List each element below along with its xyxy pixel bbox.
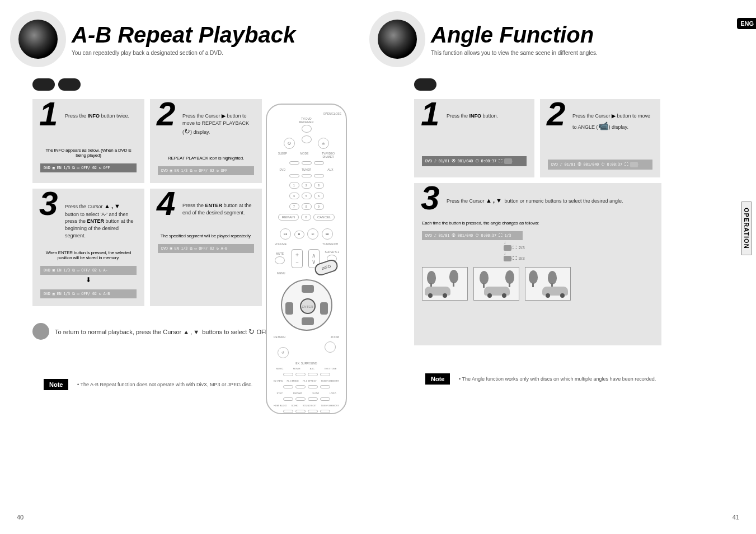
music-button[interactable] (283, 373, 293, 376)
dvd-button[interactable] (289, 174, 299, 177)
step-3-sub: When ENTER button is pressed, the select… (40, 250, 137, 260)
section-tab-operation: OPERATION (741, 202, 752, 255)
up-down-arrow-icon: ▲,▼ (104, 203, 121, 209)
plmode-button[interactable] (295, 385, 306, 388)
remote-label-volume: VOLUME (275, 242, 287, 246)
tunermem2-button[interactable] (320, 410, 330, 413)
receiver-button[interactable] (302, 135, 312, 143)
aux-button[interactable] (314, 174, 324, 177)
mute-button[interactable] (275, 256, 285, 264)
asc-button[interactable] (308, 373, 318, 376)
osd-bar-1: DVD ▣ EN 1/3 ⧉ ▭ OFF/ 02 ↻ OFF (40, 163, 137, 172)
right-subtitle: This function allows you to view the sam… (431, 50, 598, 56)
remote-label-surround: EX. SURROUND (271, 362, 341, 365)
step-num-r1: 1 (421, 95, 439, 133)
num-1-button[interactable]: 1 (289, 182, 299, 189)
remote-label-zoom: ZOOM (331, 335, 339, 339)
right-step-1: 1 Press the INFO button. DVD ♪ 01/01 ⦿ 0… (414, 99, 534, 177)
zoom-button[interactable] (325, 341, 336, 353)
stop-button[interactable]: ■ (294, 231, 304, 238)
movie-button[interactable] (295, 373, 306, 376)
num-4-button[interactable]: 4 (289, 193, 299, 199)
tv-button[interactable] (302, 125, 312, 133)
tunermem-button[interactable] (320, 385, 330, 388)
tvvideo-button[interactable] (314, 161, 324, 165)
left-subtitle: You can repeatedly play back a designate… (72, 50, 295, 56)
repeat-button[interactable] (295, 397, 306, 401)
step-1-text: Press the INFO button twice. (65, 113, 137, 120)
sleep-button[interactable] (289, 161, 299, 165)
slow-button[interactable] (308, 397, 318, 401)
right-title: Angle Function (431, 22, 598, 48)
num-8-button[interactable]: 8 (302, 203, 312, 210)
note-label: Note (44, 379, 68, 390)
speaker-icon (10, 11, 66, 67)
num-9-button[interactable]: 9 (314, 203, 324, 210)
cursor-down-button[interactable] (302, 317, 314, 325)
prev-button[interactable]: ⏮ (280, 228, 291, 240)
osd-bar-2: DVD ▣ EN 1/3 ⧉ ▭ OFF/ 02 ↻ OFF (158, 166, 254, 175)
step-button[interactable] (283, 397, 293, 401)
angle-indicator-stack: ↓ ⛶ 2/3 ↓ ⛶ 3/3 (504, 240, 654, 261)
step-r3-sub: Each time the button is pressed, the ang… (422, 221, 654, 226)
num-0-button[interactable]: 0 (301, 214, 311, 221)
cancel-button[interactable]: CANCEL (313, 214, 335, 221)
num-5-button[interactable]: 5 (302, 193, 312, 199)
next-button[interactable]: ⏭ (322, 228, 333, 240)
cursor-right-button[interactable] (320, 302, 328, 315)
cursor-left-button[interactable] (285, 302, 293, 315)
step-num-1: 1 (39, 95, 58, 133)
pill-dvd (414, 78, 436, 91)
num-6-button[interactable]: 6 (314, 193, 324, 199)
remote-label-super51: SUPER 5.1 (325, 250, 339, 254)
remote-label-dvd: DVD (279, 168, 285, 171)
num-3-button[interactable]: 3 (314, 182, 324, 189)
return-button[interactable]: ↺ (278, 347, 289, 358)
pleffect-button[interactable] (308, 385, 318, 388)
num-2-button[interactable]: 2 (302, 182, 312, 189)
step-4: 4 Press the ENTER button at the end of t… (150, 189, 262, 306)
page-number-left: 40 (17, 514, 24, 521)
osd-bar-4: DVD ▣ EN 1/3 ⧉ ▭ OFF/ 02 ↻ A-B (158, 244, 254, 253)
remote-label-tuner: TUNER (302, 168, 311, 171)
page-number-right: 41 (732, 514, 739, 521)
num-7-button[interactable]: 7 (289, 203, 299, 210)
remote-label-dimmer: DIMMER (322, 155, 334, 158)
mode-button[interactable] (302, 161, 312, 165)
note-text-right: • The Angle function works only with dis… (459, 376, 672, 383)
enter-button[interactable]: ENTER (300, 298, 316, 314)
power-button[interactable]: ⏻ (284, 138, 295, 149)
sdhd-button[interactable] (295, 410, 306, 413)
camera-icon: 📹 (598, 121, 609, 130)
remote-label-return: RETURN (274, 335, 285, 339)
pill-vcd (58, 78, 81, 91)
angle-thumb-3 (525, 267, 571, 301)
step-num-3: 3 (39, 184, 58, 223)
eject-button[interactable]: ⏏ (318, 138, 329, 149)
remote-label-tuning: TUNING/CH (322, 242, 338, 246)
step-num-4: 4 (157, 184, 175, 223)
soundedit-button[interactable] (308, 410, 318, 413)
repeat-icon: ↻ (248, 327, 255, 336)
step-3: 3 Press the Cursor ▲,▼ button to select … (32, 189, 144, 306)
camera-icon (504, 158, 512, 164)
remain-button[interactable]: REMAIN (278, 214, 299, 221)
disc-type-pills-right (414, 78, 727, 91)
right-step-2: 2 Press the Cursor ▶ button to move to A… (540, 99, 660, 177)
tuner-button[interactable] (302, 174, 312, 177)
disc-type-pills (32, 78, 368, 91)
step-4-sub: The specified segment will be played rep… (158, 233, 254, 238)
language-tab: ENG (737, 18, 756, 29)
cursor-up-button[interactable] (302, 285, 314, 293)
speaker-icon (369, 11, 425, 67)
osd-bar-r3: DVD ♪ 01/01 ⦿ 001/040 ⏱ 0:00:37 ⛶ 1/3 (422, 231, 523, 240)
testtone-button[interactable] (320, 373, 330, 376)
step-r2-text: Press the Cursor ▶ button to move to ANG… (572, 113, 652, 132)
play-pause-button[interactable]: ⏯ (307, 228, 318, 240)
logo-button[interactable] (320, 397, 330, 401)
volume-rocker[interactable]: ＋－ (292, 249, 303, 268)
note-text: • The A-B Repeat function does not opera… (77, 381, 256, 389)
hdmiaudio-button[interactable] (283, 410, 293, 413)
angle-thumb-1 (422, 267, 468, 301)
ezview-button[interactable] (283, 385, 293, 388)
